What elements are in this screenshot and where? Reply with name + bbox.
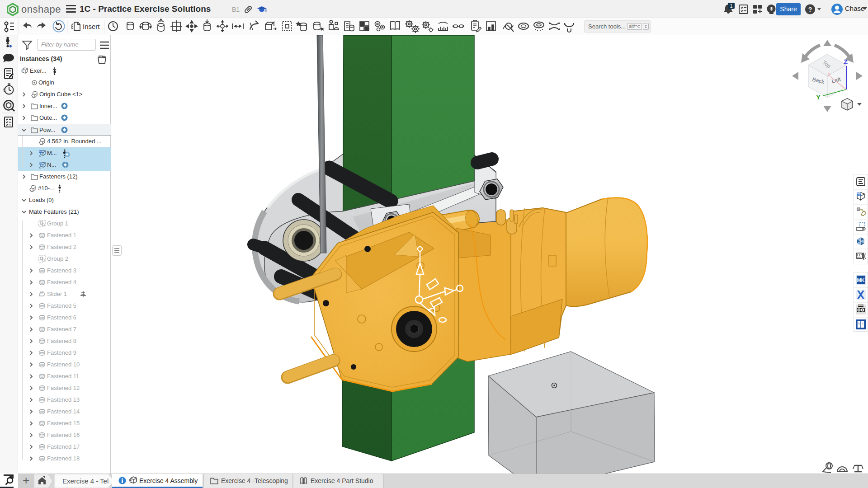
svg-text:?: ? <box>808 6 812 13</box>
svg-text:Exercise 4 - Tel: Exercise 4 - Tel <box>62 477 108 485</box>
svg-text:Insert: Insert <box>83 23 100 30</box>
svg-text:POW: POW <box>858 304 863 306</box>
svg-text:X: X <box>827 72 831 78</box>
svg-text:1: 1 <box>730 3 732 9</box>
svg-text:MK: MK <box>857 277 864 283</box>
svg-text:Y: Y <box>816 93 821 101</box>
